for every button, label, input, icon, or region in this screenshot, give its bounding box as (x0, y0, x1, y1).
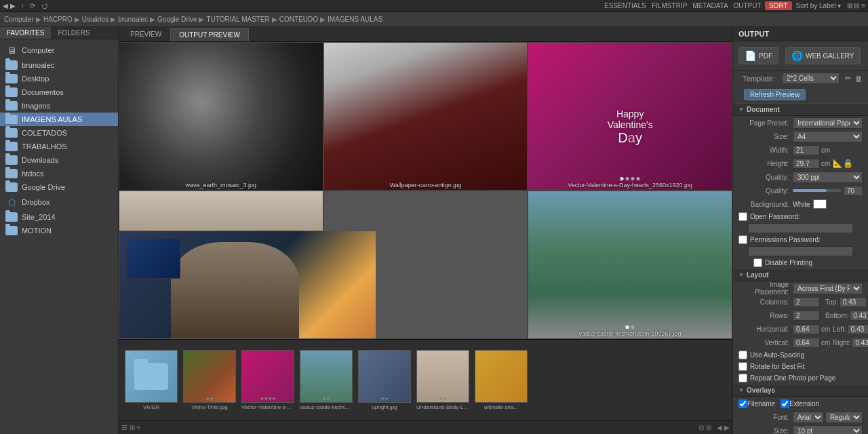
sidebar-item-coletados[interactable]: COLETADOS (0, 126, 118, 140)
template-edit-icon[interactable]: ✏ (845, 74, 851, 83)
breadcrumb: Computer ▶ HACPRO ▶ Usuários ▶ brunoalec… (0, 12, 868, 27)
breadcrumb-googledrive[interactable]: Google Drive (157, 16, 197, 23)
bottom-input[interactable] (850, 311, 868, 321)
breadcrumb-brunoalec[interactable]: brunoalec (118, 16, 148, 23)
sidebar-item-htdocs[interactable]: htdocs (0, 167, 118, 180)
font-row: Font: Arial Regular (733, 410, 868, 424)
breadcrumb-imagens[interactable]: IMAGENS AULAS (328, 16, 382, 23)
breadcrumb-hacpro[interactable]: HACPRO (43, 16, 73, 23)
sidebar-label-dropbox: Dropbox (22, 198, 50, 206)
sidebar-item-dropbox[interactable]: ⬡ Dropbox (0, 194, 118, 210)
size-font-select[interactable]: 10 pt (793, 425, 863, 435)
sidebar-item-brunoalec[interactable]: brunoalec (0, 58, 118, 72)
extension-checkbox[interactable] (781, 399, 789, 408)
columns-input[interactable] (793, 297, 820, 307)
open-password-checkbox[interactable] (738, 212, 747, 221)
preview-cell-valentine[interactable]: HappyValentine'sDay Vector-Valentine-s-D… (528, 42, 732, 191)
right-input[interactable] (852, 338, 868, 348)
thumb-item-vday[interactable]: ★★★★ Vector-Valentine-s-Day-he...0x1920.… (241, 350, 295, 410)
thumb-item-castle2[interactable]: ★★ vaduz-castle-liechtens-tein-109267.jp… (299, 350, 353, 410)
cell-label-valentine: Vector-Valentine-s-Day-hearts_2560x1920.… (568, 182, 692, 189)
permissions-password-checkbox[interactable] (738, 235, 747, 244)
repeat-checkbox[interactable] (738, 374, 747, 382)
sidebar-label-brunoalec: brunoalec (22, 61, 54, 69)
preview-cell-castle[interactable]: vaduz-castle-liechtenstein-109267.jpg (528, 191, 732, 339)
web-gallery-button[interactable]: 🌐 WEB GALLERY (785, 47, 861, 64)
pdf-button[interactable]: 📄 PDF (738, 47, 778, 64)
folder-icon (5, 212, 18, 222)
webcam-screen (126, 238, 180, 279)
quality-slider[interactable] (793, 186, 863, 196)
sidebar-item-motion[interactable]: MOTION (0, 224, 118, 237)
breadcrumb-usuarios[interactable]: Usuários (82, 16, 108, 23)
auto-spacing-checkbox[interactable] (738, 351, 747, 359)
refresh-preview-button[interactable]: Refresh Preview (744, 89, 806, 100)
permissions-password-input[interactable] (748, 246, 853, 256)
horizontal-input[interactable] (793, 324, 820, 334)
open-password-input[interactable] (748, 223, 853, 233)
sidebar-label-imagens: Imagens (22, 102, 50, 110)
tab-output-preview[interactable]: OUTPUT PREVIEW (170, 28, 249, 41)
disable-printing-checkbox[interactable] (753, 258, 762, 267)
rotate-checkbox[interactable] (738, 362, 747, 371)
preview-cell-earth[interactable]: wave_earth_mosaic_3.jpg (119, 42, 323, 191)
width-input[interactable] (793, 145, 820, 155)
sidebar-tab-favorites[interactable]: FAVORITES (0, 27, 51, 39)
preview-cell-car[interactable]: Wallpaper-carro-antigo.jpg (323, 42, 528, 191)
template-select[interactable]: 2*2 Cells (782, 73, 840, 84)
rows-label: Rows: (738, 312, 793, 319)
sidebar-item-documentos[interactable]: Documentos (0, 85, 118, 99)
vertical-right-row: Vertical: cm Right: cm (733, 336, 868, 349)
left-input[interactable] (848, 324, 868, 334)
tab-preview[interactable]: PREVIEW (121, 27, 170, 41)
font-style-select[interactable]: Regular (825, 412, 863, 423)
thumb-item-ultimate[interactable]: ultimate sna... (474, 350, 528, 410)
thumb-item-body[interactable]: ★★ Understand-Body-Language-Step-7.jpg (416, 350, 470, 410)
thumb-item-upright[interactable]: ★★ upright.jpg (357, 350, 412, 410)
filename-label: Filename (747, 400, 775, 408)
page-preset-select[interactable]: International Paper (793, 117, 863, 129)
sidebar-item-desktop[interactable]: Desktop (0, 72, 118, 85)
vertical-input[interactable] (793, 338, 820, 348)
cell-dots-valentine (620, 177, 640, 180)
toolbar-icons: ◀ ▶ ↑ ⟳ ⭯ (3, 2, 48, 9)
sidebar-item-googledrive[interactable]: Google Drive (0, 180, 118, 194)
template-delete-icon[interactable]: 🗑 (855, 75, 863, 83)
quality-value-input[interactable] (844, 186, 863, 196)
rows-input[interactable] (793, 311, 820, 321)
height-input[interactable] (793, 159, 820, 169)
vertical-label: Vertical: (738, 339, 793, 347)
sidebar-item-computer[interactable]: 🖥 Computer (0, 42, 118, 58)
background-color-swatch[interactable] (813, 199, 827, 209)
document-section-header: ▼ Document (733, 103, 868, 116)
breadcrumb-conteudo[interactable]: CONTEUDO (279, 16, 318, 23)
quality2-row: Quality: (733, 184, 868, 197)
disable-printing-row: Disable Printing (733, 257, 868, 269)
quality-select[interactable]: 300 ppi (793, 172, 863, 183)
breadcrumb-computer[interactable]: Computer (4, 16, 34, 23)
thumb-stars-upright: ★★ (380, 396, 389, 401)
sidebar-item-imagens[interactable]: Imagens (0, 99, 118, 113)
folder-icon (5, 182, 18, 192)
view-controls: ESSENTIALS FILMSTRIP METADATA OUTPUT (604, 2, 765, 9)
image-placement-select[interactable]: Across First (By Row) (793, 283, 863, 294)
top-input[interactable] (840, 297, 867, 307)
breadcrumb-tutorialmaster[interactable]: TUTORIAL MASTER (206, 16, 269, 23)
sidebar-tab-folders[interactable]: FOLDERS (51, 27, 96, 39)
sidebar: FAVORITES FOLDERS 🖥 Computer brunoalec D… (0, 27, 119, 434)
triangle-icon-overlays: ▼ (738, 387, 744, 393)
font-select[interactable]: Arial (793, 412, 824, 423)
sidebar-item-imagens-aulas[interactable]: IMAGENS AULAS (0, 113, 118, 126)
main-layout: FAVORITES FOLDERS 🖥 Computer brunoalec D… (0, 27, 868, 434)
preview-tabs: PREVIEW OUTPUT PREVIEW (119, 27, 732, 42)
thumb-image-ultimate (475, 351, 527, 402)
sidebar-item-trabalhos[interactable]: TRABALHOS (0, 140, 118, 153)
sidebar-item-site2014[interactable]: Site_2014 (0, 210, 118, 224)
image-placement-row: Image Placement: Across First (By Row) (733, 281, 868, 295)
size-select[interactable]: A4 (793, 131, 863, 142)
rotate-label: Rotate for Best Fit (750, 363, 805, 370)
sidebar-item-downloads[interactable]: Downloads (0, 153, 118, 167)
thumb-item-wine[interactable]: ★★ Vinho-Tinto.jpg (182, 350, 237, 410)
thumb-item-viver[interactable]: VIVER (124, 350, 178, 410)
filename-checkbox[interactable] (738, 399, 747, 408)
